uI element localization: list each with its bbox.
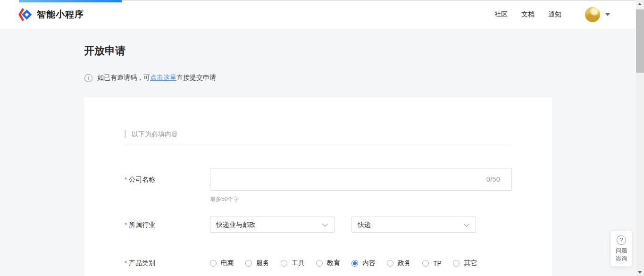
brand-logo-link[interactable]: 智能小程序 (18, 8, 84, 22)
question-consult-button[interactable]: ? 问题 咨询 (611, 231, 632, 267)
input-block-company-name: 0/50最多50个字 (210, 168, 512, 203)
loading-bar (19, 0, 122, 2)
radio-unselected-icon[interactable] (453, 260, 460, 267)
radio-option-6[interactable]: TP (422, 259, 442, 267)
nav-item-2[interactable]: 通知 (548, 10, 561, 19)
form-row-product-category: *产品类别电商服务工具教育内容政务TP其它 (125, 258, 511, 268)
radio-option-7[interactable]: 其它 (453, 259, 477, 268)
notice-prefix: 如已有邀请码，可 (97, 74, 150, 81)
radio-label: 其它 (464, 259, 477, 268)
scroll-down-arrow-icon (638, 271, 642, 274)
radio-group-product-category: 电商服务工具教育内容政务TP其它 (210, 258, 488, 268)
radio-unselected-icon[interactable] (422, 260, 429, 267)
nav-item-0[interactable]: 社区 (494, 10, 508, 19)
top-header: 智能小程序 社区文档通知 (0, 0, 636, 29)
brand-name: 智能小程序 (37, 8, 84, 21)
radio-label: 服务 (256, 259, 269, 268)
smart-program-logo-icon (18, 8, 32, 22)
radio-option-2[interactable]: 工具 (281, 259, 305, 268)
application-form-card: 以下为必填内容 *公司名称0/50最多50个字*所属行业快递业与邮政快递*产品类… (84, 97, 552, 276)
radio-selected-icon[interactable] (351, 260, 358, 267)
header-nav: 社区文档通知 (494, 10, 561, 19)
field-hint: 最多50个字 (210, 195, 512, 203)
field-label-company-name: *公司名称 (125, 168, 210, 203)
notice-suffix: 直接提交申请 (176, 74, 216, 81)
scrollbar-down-button[interactable] (636, 268, 644, 276)
select-value: 快递 (358, 221, 371, 228)
loading-bar-track (122, 0, 636, 1)
radio-unselected-icon[interactable] (245, 260, 252, 267)
radio-option-1[interactable]: 服务 (245, 259, 269, 268)
radio-label: 工具 (292, 259, 305, 268)
radio-option-4[interactable]: 内容 (351, 259, 376, 268)
select-value: 快递业与邮政 (216, 221, 256, 228)
info-icon: i (84, 74, 92, 82)
company-name-input[interactable] (210, 168, 512, 191)
form-row-industry: *所属行业快递业与邮政快递 (125, 217, 511, 233)
radio-option-0[interactable]: 电商 (210, 259, 234, 268)
radio-option-3[interactable]: 教育 (316, 259, 340, 268)
required-asterisk: * (125, 176, 127, 183)
select-group-industry: 快递业与邮政快递 (210, 217, 476, 233)
radio-unselected-icon[interactable] (210, 260, 217, 267)
industry-primary-select[interactable]: 快递业与邮政 (210, 217, 335, 233)
required-asterisk: * (125, 259, 127, 267)
user-avatar[interactable] (585, 7, 600, 22)
nav-item-1[interactable]: 文档 (521, 10, 535, 19)
required-section-title: 以下为必填内容 (125, 130, 178, 138)
scroll-up-arrow-icon (638, 3, 642, 5)
scrollbar-thumb[interactable] (636, 9, 644, 73)
chevron-down-icon (322, 221, 327, 226)
click-here-link[interactable]: 点击这里 (150, 74, 176, 81)
radio-unselected-icon[interactable] (281, 260, 287, 267)
page-scrollbar[interactable] (636, 0, 644, 276)
industry-secondary-select[interactable]: 快递 (351, 217, 476, 233)
field-label-product-category: *产品类别 (125, 258, 210, 268)
radio-label: TP (433, 259, 442, 267)
section-divider (125, 144, 511, 144)
chevron-down-icon (464, 221, 469, 226)
page-title: 开放申请 (84, 44, 125, 58)
radio-label: 教育 (327, 259, 340, 268)
radio-label: 政务 (398, 259, 411, 268)
scrollbar-up-button[interactable] (636, 0, 644, 8)
radio-option-5[interactable]: 政务 (387, 259, 411, 268)
radio-unselected-icon[interactable] (387, 260, 393, 267)
field-label-industry: *所属行业 (125, 217, 210, 233)
question-mark-icon: ? (617, 235, 626, 245)
radio-label: 电商 (221, 259, 234, 268)
invite-code-notice: i 如已有邀请码，可点击这里直接提交申请 (84, 74, 216, 82)
required-asterisk: * (125, 221, 127, 228)
user-menu-caret-icon[interactable] (605, 13, 610, 16)
radio-unselected-icon[interactable] (316, 260, 323, 267)
radio-label: 内容 (362, 259, 376, 268)
char-counter: 0/50 (486, 168, 500, 191)
consult-label: 问题 咨询 (616, 247, 627, 263)
form-row-company-name: *公司名称0/50最多50个字 (125, 168, 511, 203)
